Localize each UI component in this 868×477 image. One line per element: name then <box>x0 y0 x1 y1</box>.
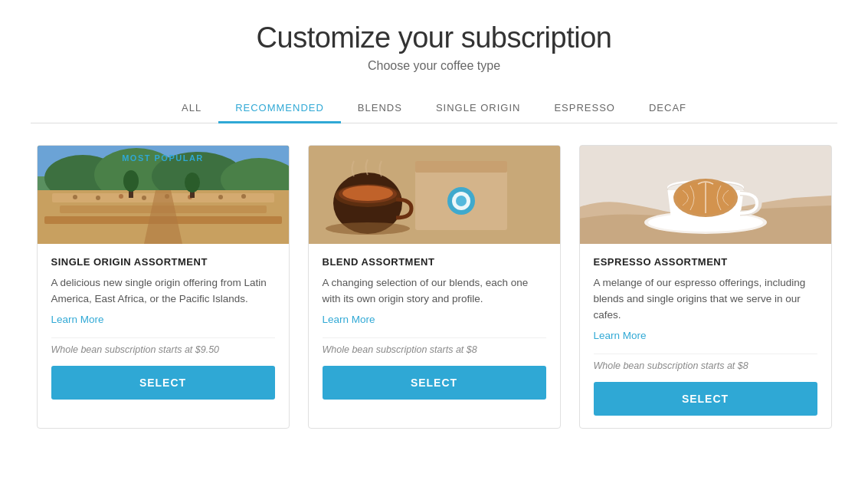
svg-point-27 <box>456 196 467 206</box>
page-wrapper: Customize your subscription Choose your … <box>0 0 868 459</box>
card-description-single-origin: A delicious new single origin offering f… <box>51 275 275 308</box>
card-body-single-origin: SINGLE ORIGIN ASSORTMENT A delicious new… <box>38 244 289 412</box>
card-image-single-origin <box>38 146 289 244</box>
page-title: Customize your subscription <box>31 21 837 54</box>
select-button-single-origin[interactable]: SELECT <box>51 366 275 400</box>
header: Customize your subscription Choose your … <box>31 21 837 73</box>
espresso-image-svg <box>580 146 831 244</box>
tab-all[interactable]: ALL <box>165 94 218 123</box>
svg-point-16 <box>218 195 223 199</box>
card-blend: BLEND ASSORTMENT A changing selection of… <box>308 145 561 429</box>
learn-more-blend[interactable]: Learn More <box>323 314 375 325</box>
card-description-espresso: A melange of our espresso offerings, inc… <box>594 275 817 324</box>
single-origin-image-svg <box>38 146 289 244</box>
svg-point-13 <box>142 196 146 200</box>
tab-espresso[interactable]: ESPRESSO <box>537 94 632 123</box>
tabs-container: ALL RECOMMENDED BLENDS SINGLE ORIGIN ESP… <box>31 94 837 123</box>
card-single-origin: MOST POPULAR <box>37 145 290 429</box>
svg-point-11 <box>96 196 100 200</box>
blend-image-svg <box>309 146 560 244</box>
card-title-blend: BLEND ASSORTMENT <box>323 256 546 268</box>
select-button-blend[interactable]: SELECT <box>323 366 546 400</box>
card-pricing-blend: Whole bean subscription starts at $8 <box>323 337 546 355</box>
card-image-blend <box>309 146 560 244</box>
tab-decaf[interactable]: DECAF <box>632 94 703 123</box>
svg-point-32 <box>326 222 410 235</box>
svg-point-19 <box>123 170 139 192</box>
card-pricing-single-origin: Whole bean subscription starts at $9.50 <box>51 337 275 355</box>
svg-point-31 <box>342 186 393 201</box>
svg-point-12 <box>119 194 123 199</box>
page-subtitle: Choose your coffee type <box>31 59 837 73</box>
svg-point-17 <box>241 194 246 199</box>
tab-single-origin[interactable]: SINGLE ORIGIN <box>419 94 538 123</box>
learn-more-single-origin[interactable]: Learn More <box>51 314 104 325</box>
card-pricing-espresso: Whole bean subscription starts at $8 <box>594 354 817 371</box>
svg-point-21 <box>185 173 200 192</box>
tab-recommended[interactable]: RECOMMENDED <box>218 94 341 123</box>
select-button-espresso[interactable]: SELECT <box>594 382 817 416</box>
card-title-espresso: ESPRESSO ASSORTMENT <box>594 256 817 268</box>
svg-point-10 <box>73 195 77 199</box>
learn-more-espresso[interactable]: Learn More <box>594 330 647 341</box>
card-image-espresso <box>580 146 831 244</box>
cards-container: MOST POPULAR <box>31 145 837 429</box>
svg-rect-24 <box>415 161 507 173</box>
card-body-blend: BLEND ASSORTMENT A changing selection of… <box>309 244 560 412</box>
card-title-single-origin: SINGLE ORIGIN ASSORTMENT <box>51 256 275 268</box>
tab-blends[interactable]: BLENDS <box>341 94 419 123</box>
card-espresso: ESPRESSO ASSORTMENT A melange of our esp… <box>579 145 832 429</box>
card-body-espresso: ESPRESSO ASSORTMENT A melange of our esp… <box>580 244 831 428</box>
card-description-blend: A changing selection of our blends, each… <box>323 275 546 308</box>
